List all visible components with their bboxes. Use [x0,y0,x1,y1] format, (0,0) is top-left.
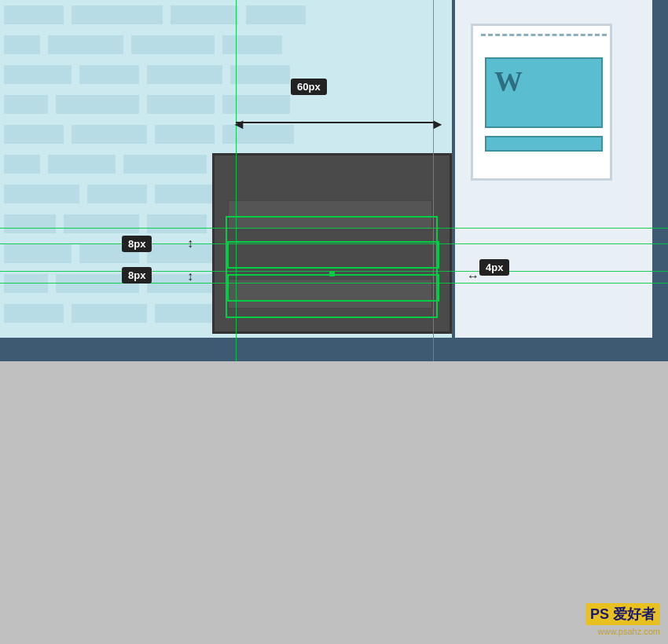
ps-logo: PS 爱好者 www.psahz.com [585,603,660,636]
canvas-area: W 60px ◄ ► 8px ↕ 8px ↕ 4px ↔ [0,0,668,361]
measurement-badge-width: 60px [291,79,327,95]
ps-logo-box: PS 爱好者 [585,603,660,625]
arrow-up-icon-1: ↕ [187,236,193,251]
arrow-h-icon: ↔ [467,269,479,284]
measurement-badge-margin-bottom: 8px [122,267,152,284]
measurement-arrow-h [236,122,435,123]
ps-logo-url: www.psahz.com [585,627,660,636]
dark-bar [652,0,668,361]
selection-handle[interactable] [329,271,335,276]
selection-inner-1 [227,241,439,269]
measurement-badge-margin-top: 8px [122,236,152,252]
arrow-up-icon-2: ↕ [187,269,193,284]
arrow-right-icon: ► [431,116,445,133]
right-panel: W [452,0,668,361]
ps-logo-text: PS 爱好者 [590,606,655,622]
selection-box [226,216,438,318]
measurement-badge-side: 4px [479,259,509,276]
selection-inner-2 [227,274,439,302]
arrow-left-icon: ◄ [232,116,246,133]
bottom-bar-right [456,338,668,361]
workspace: ◈ Align ◄◄ ≡ Align Objects: [0,361,668,644]
appliance-box: W [471,24,612,181]
